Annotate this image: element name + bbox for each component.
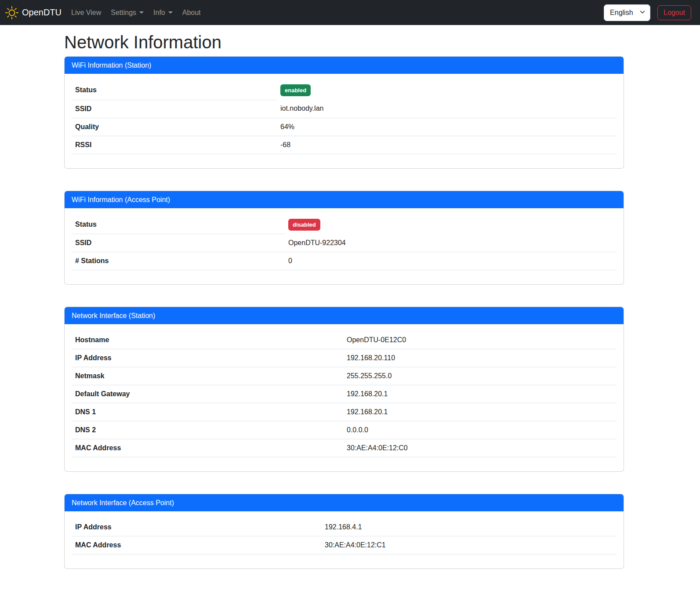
row-label: DNS 2 [72,421,343,439]
row-label: # Stations [72,252,285,270]
row-label: IP Address [72,518,321,536]
row-label: IP Address [72,349,343,367]
language-select-wrapper: English [604,4,650,21]
row-value: 192.168.20.1 [343,385,617,403]
main-content: Network Information WiFi Information (St… [64,33,624,569]
cards-container: WiFi Information (Station) Status enable… [64,56,624,569]
row-value: OpenDTU-0E12C0 [343,331,617,349]
row-label: MAC Address [72,439,343,457]
table-row: Status enabled [72,81,617,100]
table-row: IP Address 192.168.20.110 [72,349,617,367]
row-label: SSID [72,234,285,252]
row-label: Status [72,215,285,234]
row-label: RSSI [72,136,277,154]
table-row: SSID iot.nobody.lan [72,100,617,118]
nav-item-settings[interactable]: Settings [107,5,147,20]
info-card: WiFi Information (Station) Status enable… [64,56,624,169]
card-header: Network Interface (Access Point) [65,494,624,511]
table-row: IP Address 192.168.4.1 [72,518,617,536]
row-label: Default Gateway [72,385,343,403]
table-row: MAC Address 30:AE:A4:0E:12:C1 [72,536,617,554]
row-label: Netmask [72,367,343,385]
info-table: IP Address 192.168.4.1 MAC Address 30:AE… [72,518,617,554]
table-row: Status disabled [72,215,617,234]
card-body: Hostname OpenDTU-0E12C0 IP Address 192.1… [65,324,624,471]
card-body: Status disabled SSID OpenDTU-922304 # St… [65,208,624,285]
caret-down-icon [139,11,144,14]
row-label: SSID [72,100,277,118]
info-card: Network Interface (Access Point) IP Addr… [64,494,624,569]
top-navbar: OpenDTU Live View Settings Info About En… [0,0,700,25]
table-row: DNS 2 0.0.0.0 [72,421,617,439]
nav-links: Live View Settings Info About [68,5,207,20]
table-row: DNS 1 192.168.20.1 [72,403,617,421]
row-label: Quality [72,118,277,136]
table-row: # Stations 0 [72,252,617,270]
table-row: RSSI -68 [72,136,617,154]
row-value: 192.168.4.1 [321,518,617,536]
info-table: Status enabled SSID iot.nobody.lan Quali… [72,81,617,154]
nav-item-info[interactable]: Info [150,5,176,20]
row-value: enabled [277,81,617,100]
brand-label: OpenDTU [22,7,62,18]
row-label: Hostname [72,331,343,349]
status-badge: enabled [280,84,311,96]
row-value: 30:AE:A4:0E:12:C1 [321,536,617,554]
sun-icon [5,6,18,19]
row-value: OpenDTU-922304 [285,234,617,252]
row-value: 0 [285,252,617,270]
row-value: 192.168.20.110 [343,349,617,367]
info-table: Hostname OpenDTU-0E12C0 IP Address 192.1… [72,331,617,457]
table-row: SSID OpenDTU-922304 [72,234,617,252]
table-row: MAC Address 30:AE:A4:0E:12:C0 [72,439,617,457]
card-body: Status enabled SSID iot.nobody.lan Quali… [65,74,624,168]
caret-down-icon [168,11,173,14]
status-badge: disabled [288,219,320,231]
row-value: 255.255.255.0 [343,367,617,385]
info-table: Status disabled SSID OpenDTU-922304 # St… [72,215,617,271]
table-row: Netmask 255.255.255.0 [72,367,617,385]
nav-item-about[interactable]: About [179,5,204,20]
row-value: 64% [277,118,617,136]
brand-opendtu[interactable]: OpenDTU [5,6,62,19]
info-card: WiFi Information (Access Point) Status d… [64,191,624,285]
table-row: Hostname OpenDTU-0E12C0 [72,331,617,349]
row-label: Status [72,81,277,100]
row-value: -68 [277,136,617,154]
table-row: Quality 64% [72,118,617,136]
card-header: WiFi Information (Station) [65,57,624,74]
row-value: 0.0.0.0 [343,421,617,439]
page-title: Network Information [64,33,624,52]
card-header: WiFi Information (Access Point) [65,191,624,208]
row-label: DNS 1 [72,403,343,421]
row-label: MAC Address [72,536,321,554]
row-value: 192.168.20.1 [343,403,617,421]
info-card: Network Interface (Station) Hostname Ope… [64,307,624,472]
nav-item-live-view[interactable]: Live View [68,5,105,20]
row-value: iot.nobody.lan [277,100,617,118]
table-row: Default Gateway 192.168.20.1 [72,385,617,403]
card-header: Network Interface (Station) [65,307,624,324]
row-value: disabled [285,215,617,234]
language-select[interactable]: English [604,4,650,21]
card-body: IP Address 192.168.4.1 MAC Address 30:AE… [65,511,624,568]
row-value: 30:AE:A4:0E:12:C0 [343,439,617,457]
logout-button[interactable]: Logout [657,5,691,20]
